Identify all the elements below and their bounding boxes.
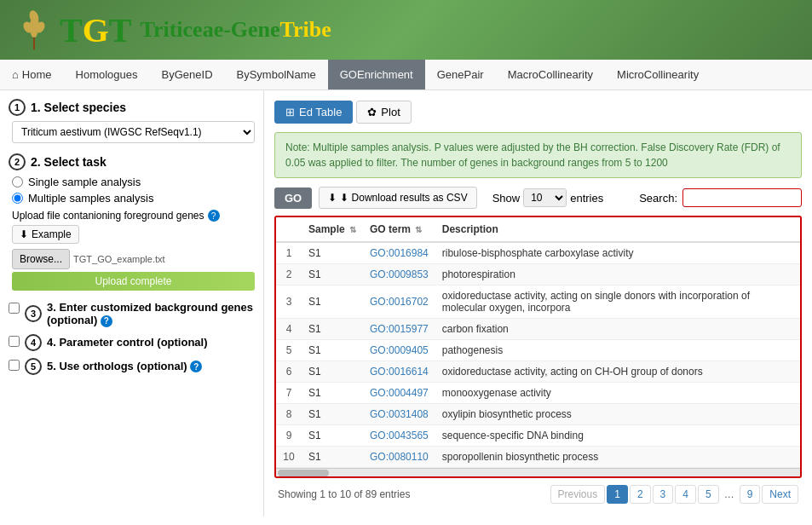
table-controls: GO ⬇ ⬇ Download results as CSV Show 10 2… <box>274 187 802 209</box>
radio-single[interactable]: Single sample analysis <box>12 176 255 188</box>
table-row: 9 S1 GO:0043565 sequence-specific DNA bi… <box>276 425 800 447</box>
upload-label: Upload file contanioning foreground gene… <box>12 210 255 222</box>
download-icon: ⬇ <box>328 192 337 204</box>
nav-home[interactable]: ⌂ Home <box>0 60 64 89</box>
row-sample: S1 <box>302 340 363 361</box>
logo: T G T Triticeae-GeneTribe <box>17 9 331 51</box>
species-select[interactable]: Triticum aestivum (IWGSC RefSeqv1.1) <box>12 121 255 143</box>
entries-select[interactable]: 10 25 50 100 <box>523 188 567 207</box>
row-goterm[interactable]: GO:0004497 <box>363 383 435 404</box>
row-num: 1 <box>276 242 302 264</box>
row-sample: S1 <box>302 242 363 264</box>
table-body: 1 S1 GO:0016984 ribulose-bisphosphate ca… <box>276 242 800 468</box>
table-row: 8 S1 GO:0031408 oxylipin biosynthetic pr… <box>276 404 800 425</box>
upload-help-icon[interactable]: ? <box>208 210 220 222</box>
row-goterm[interactable]: GO:0080110 <box>363 447 435 468</box>
col-num <box>276 217 302 242</box>
row-goterm[interactable]: GO:0016614 <box>363 361 435 383</box>
table-row: 7 S1 GO:0004497 monooxygenase activity <box>276 383 800 404</box>
nav-bygene[interactable]: ByGeneID <box>150 60 225 89</box>
scrollbar-thumb[interactable] <box>278 470 329 476</box>
row-description: sporopollenin biosynthetic process <box>435 447 800 468</box>
nav-goenrich[interactable]: GOEnrichment <box>328 60 425 89</box>
data-table: Sample ⇅ GO term ⇅ Description 1 S1 GO:0… <box>276 217 800 468</box>
nav-genepair[interactable]: GenePair <box>425 60 496 89</box>
radio-multiple[interactable]: Multiple samples analysis <box>12 192 255 205</box>
show-entries: Show 10 25 50 100 entries <box>492 188 604 207</box>
page-9-button[interactable]: 9 <box>740 485 761 504</box>
row-goterm[interactable]: GO:0009405 <box>363 340 435 361</box>
row-goterm[interactable]: GO:0016702 <box>363 286 435 319</box>
table-row: 1 S1 GO:0016984 ribulose-bisphosphate ca… <box>276 242 800 264</box>
navbar: ⌂ Home Homologues ByGeneID BySymbolName … <box>0 60 812 90</box>
step5-title: 5. Use orthologs (optional) ? <box>47 360 202 373</box>
row-description: monooxygenase activity <box>435 383 800 404</box>
page-2-button[interactable]: 2 <box>630 485 651 504</box>
site-title: Triticeae-GeneTribe <box>141 17 331 43</box>
header: T G T Triticeae-GeneTribe <box>0 0 812 60</box>
row-goterm[interactable]: GO:0015977 <box>363 319 435 340</box>
step4: 4 4. Parameter control (optional) <box>9 334 255 351</box>
row-description: oxidoreductase activity, acting on CH-OH… <box>435 361 800 383</box>
row-num: 9 <box>276 425 302 447</box>
step1-content: Triticum aestivum (IWGSC RefSeqv1.1) <box>9 121 255 143</box>
step5-help-icon[interactable]: ? <box>190 361 202 372</box>
prev-button[interactable]: Previous <box>550 485 606 504</box>
main-content: 1 1. Select species Triticum aestivum (I… <box>0 90 812 516</box>
logo-t2: T <box>109 10 132 50</box>
row-goterm[interactable]: GO:0043565 <box>363 425 435 447</box>
row-num: 7 <box>276 383 302 404</box>
radio-single-input[interactable] <box>12 176 23 188</box>
nav-macro[interactable]: MacroCollinearity <box>496 60 605 89</box>
search-label: Search: <box>639 192 677 205</box>
row-sample: S1 <box>302 286 363 319</box>
row-goterm[interactable]: GO:0009853 <box>363 264 435 286</box>
step2-content: Single sample analysis Multiple samples … <box>9 176 255 291</box>
tab-row: ⊞ Ed Table ✿ Plot <box>274 101 802 124</box>
step1: 1 1. Select species Triticum aestivum (I… <box>9 99 255 143</box>
step2-header: 2 2. Select task <box>9 153 255 170</box>
step3-checkbox[interactable] <box>9 303 20 314</box>
row-description: pathogenesis <box>435 340 800 361</box>
radio-multiple-input[interactable] <box>12 193 23 204</box>
example-button[interactable]: ⬇ Example <box>12 225 79 244</box>
step5: 5 5. Use orthologs (optional) ? <box>9 358 255 375</box>
page-3-button[interactable]: 3 <box>653 485 674 504</box>
go-button[interactable]: GO <box>274 188 312 209</box>
row-goterm[interactable]: GO:0031408 <box>363 404 435 425</box>
tab-table[interactable]: ⊞ Ed Table <box>274 101 353 124</box>
nav-bysymbol[interactable]: BySymbolName <box>225 60 328 89</box>
download-button[interactable]: ⬇ ⬇ Download results as CSV <box>319 187 476 209</box>
plot-icon: ✿ <box>367 106 377 118</box>
step1-circle: 1 <box>9 99 26 116</box>
next-button[interactable]: Next <box>762 485 798 504</box>
page-5-button[interactable]: 5 <box>698 485 719 504</box>
table-row: 6 S1 GO:0016614 oxidoreductase activity,… <box>276 361 800 383</box>
page-ellipsis: … <box>721 486 738 503</box>
step4-checkbox[interactable] <box>9 336 20 347</box>
table-row: 5 S1 GO:0009405 pathogenesis <box>276 340 800 361</box>
step5-checkbox[interactable] <box>9 360 20 371</box>
col-goterm: GO term ⇅ <box>363 217 435 242</box>
pagination-row: Showing 1 to 10 of 89 entries Previous 1… <box>274 478 802 505</box>
svg-point-5 <box>31 27 37 38</box>
step3-title: 3. Enter customized background genes (op… <box>47 301 255 327</box>
step3-help-icon[interactable]: ? <box>101 315 112 327</box>
row-goterm[interactable]: GO:0016984 <box>363 242 435 264</box>
search-input[interactable] <box>682 188 802 207</box>
table-icon: ⊞ <box>285 106 295 118</box>
nav-homologues[interactable]: Homologues <box>64 60 150 89</box>
row-description: oxylipin biosynthetic process <box>435 404 800 425</box>
page-4-button[interactable]: 4 <box>675 485 696 504</box>
step2-circle: 2 <box>9 153 26 170</box>
file-name-label: TGT_GO_example.txt <box>73 254 255 264</box>
nav-micro[interactable]: MicroCollinearity <box>605 60 711 89</box>
row-num: 10 <box>276 447 302 468</box>
horizontal-scrollbar[interactable] <box>276 468 800 476</box>
browse-button[interactable]: Browse... <box>12 249 70 269</box>
tab-plot[interactable]: ✿ Plot <box>356 101 411 124</box>
logo-g: G <box>83 10 109 50</box>
row-sample: S1 <box>302 264 363 286</box>
page-1-button[interactable]: 1 <box>607 485 628 504</box>
step1-header: 1 1. Select species <box>9 99 255 116</box>
